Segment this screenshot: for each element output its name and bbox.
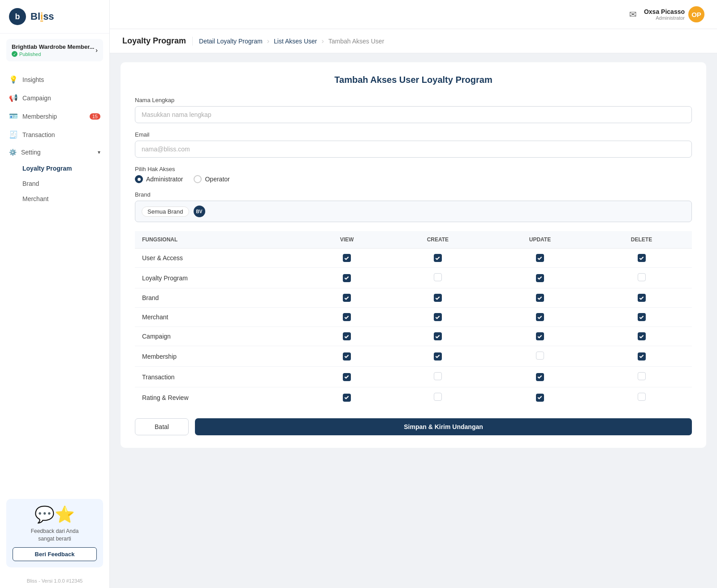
perm-update-cell[interactable] (489, 308, 591, 327)
workspace-name: Brightlab Wardrobe Member... (12, 43, 94, 50)
perm-view-cell[interactable] (307, 288, 387, 308)
sidebar-item-loyalty-program[interactable]: Loyalty Program (22, 161, 109, 176)
delete-checkbox-checked[interactable] (638, 332, 646, 340)
breadcrumb-link-list[interactable]: List Akses User (274, 38, 317, 45)
view-checkbox-checked[interactable] (343, 373, 351, 381)
delete-checkbox-empty[interactable] (638, 372, 646, 380)
radio-dot-operator (194, 175, 202, 183)
radio-label-administrator: Administrator (146, 176, 183, 183)
perm-update-cell[interactable] (489, 249, 591, 268)
perm-update-cell[interactable] (489, 367, 591, 387)
perm-delete-cell[interactable] (591, 308, 692, 327)
save-button[interactable]: Simpan & Kirim Undangan (195, 418, 692, 435)
perm-update-cell[interactable] (489, 327, 591, 346)
perm-update-cell[interactable] (489, 346, 591, 367)
update-checkbox-checked[interactable] (536, 274, 544, 282)
delete-checkbox-checked[interactable] (638, 313, 646, 321)
perm-delete-cell[interactable] (591, 367, 692, 387)
perm-create-cell[interactable] (387, 367, 489, 387)
perm-view-cell[interactable] (307, 308, 387, 327)
brand-selector[interactable]: Semua Brand BV (135, 201, 692, 222)
brand-tag: Semua Brand (142, 206, 189, 217)
update-checkbox-checked[interactable] (536, 313, 544, 321)
perm-row-name: Membership (135, 346, 307, 367)
update-checkbox-empty[interactable] (536, 352, 544, 360)
view-checkbox-checked[interactable] (343, 394, 351, 402)
sidebar-item-transaction[interactable]: 🧾 Transaction (0, 125, 109, 144)
update-checkbox-checked[interactable] (536, 373, 544, 381)
perm-row-name: Rating & Review (135, 387, 307, 408)
perm-delete-cell[interactable] (591, 327, 692, 346)
perm-view-cell[interactable] (307, 387, 387, 408)
perm-create-cell[interactable] (387, 387, 489, 408)
chevron-down-icon: ▾ (98, 149, 100, 155)
perm-create-cell[interactable] (387, 249, 489, 268)
perm-delete-cell[interactable] (591, 387, 692, 408)
perm-create-cell[interactable] (387, 308, 489, 327)
perm-row-name: Loyalty Program (135, 268, 307, 288)
view-checkbox-checked[interactable] (343, 294, 351, 302)
perm-delete-cell[interactable] (591, 346, 692, 367)
breadcrumb-sep-2: › (321, 37, 324, 45)
sidebar-item-brand[interactable]: Brand (22, 176, 109, 191)
table-row: Rating & Review (135, 387, 692, 408)
radio-administrator[interactable]: Administrator (135, 175, 183, 183)
update-checkbox-checked[interactable] (536, 254, 544, 262)
delete-checkbox-checked[interactable] (638, 254, 646, 262)
full-name-input[interactable] (135, 106, 692, 123)
create-checkbox-checked[interactable] (434, 313, 442, 321)
create-checkbox-checked[interactable] (434, 332, 442, 340)
perm-view-cell[interactable] (307, 268, 387, 288)
mail-icon[interactable]: ✉ (629, 9, 637, 20)
insights-icon: 💡 (9, 75, 18, 84)
view-checkbox-checked[interactable] (343, 313, 351, 321)
delete-checkbox-empty[interactable] (638, 393, 646, 401)
perm-row-name: Campaign (135, 327, 307, 346)
sidebar-item-insights[interactable]: 💡 Insights (0, 70, 109, 89)
perm-row-name: User & Access (135, 249, 307, 268)
perm-view-cell[interactable] (307, 346, 387, 367)
perm-delete-cell[interactable] (591, 288, 692, 308)
create-checkbox-empty[interactable] (434, 393, 442, 401)
form-panel: Tambah Akses User Loyalty Program Nama L… (121, 62, 706, 448)
radio-operator[interactable]: Operator (194, 175, 229, 183)
delete-checkbox-empty[interactable] (638, 273, 646, 281)
perm-view-cell[interactable] (307, 249, 387, 268)
create-checkbox-empty[interactable] (434, 372, 442, 380)
sidebar-item-membership[interactable]: 🪪 Membership 15 (0, 107, 109, 125)
perm-delete-cell[interactable] (591, 268, 692, 288)
perm-update-cell[interactable] (489, 268, 591, 288)
feedback-button[interactable]: Beri Feedback (13, 547, 97, 561)
sidebar-item-campaign[interactable]: 📢 Campaign (0, 89, 109, 107)
perm-create-cell[interactable] (387, 288, 489, 308)
update-checkbox-checked[interactable] (536, 332, 544, 340)
create-checkbox-checked[interactable] (434, 352, 442, 361)
workspace-card[interactable]: Brightlab Wardrobe Member... Published › (6, 39, 103, 61)
perm-delete-cell[interactable] (591, 249, 692, 268)
cancel-button[interactable]: Batal (135, 418, 189, 435)
view-checkbox-checked[interactable] (343, 352, 351, 361)
create-checkbox-checked[interactable] (434, 294, 442, 302)
perm-view-cell[interactable] (307, 327, 387, 346)
breadcrumb-link-detail[interactable]: Detail Loyalty Program (199, 38, 263, 45)
perm-view-cell[interactable] (307, 367, 387, 387)
create-checkbox-empty[interactable] (434, 273, 442, 281)
delete-checkbox-checked[interactable] (638, 294, 646, 302)
sidebar-item-label: Insights (22, 76, 44, 83)
perm-update-cell[interactable] (489, 387, 591, 408)
delete-checkbox-checked[interactable] (638, 352, 646, 361)
create-checkbox-checked[interactable] (434, 254, 442, 262)
sidebar-item-merchant[interactable]: Merchant (22, 191, 109, 206)
sidebar-item-setting[interactable]: ⚙️ Setting ▾ (0, 144, 109, 161)
perm-update-cell[interactable] (489, 288, 591, 308)
update-checkbox-checked[interactable] (536, 294, 544, 302)
avatar[interactable]: OP (688, 6, 704, 22)
perm-create-cell[interactable] (387, 327, 489, 346)
perm-create-cell[interactable] (387, 346, 489, 367)
perm-create-cell[interactable] (387, 268, 489, 288)
view-checkbox-checked[interactable] (343, 274, 351, 282)
email-input[interactable] (135, 141, 692, 158)
view-checkbox-checked[interactable] (343, 332, 351, 340)
update-checkbox-checked[interactable] (536, 394, 544, 402)
view-checkbox-checked[interactable] (343, 254, 351, 262)
